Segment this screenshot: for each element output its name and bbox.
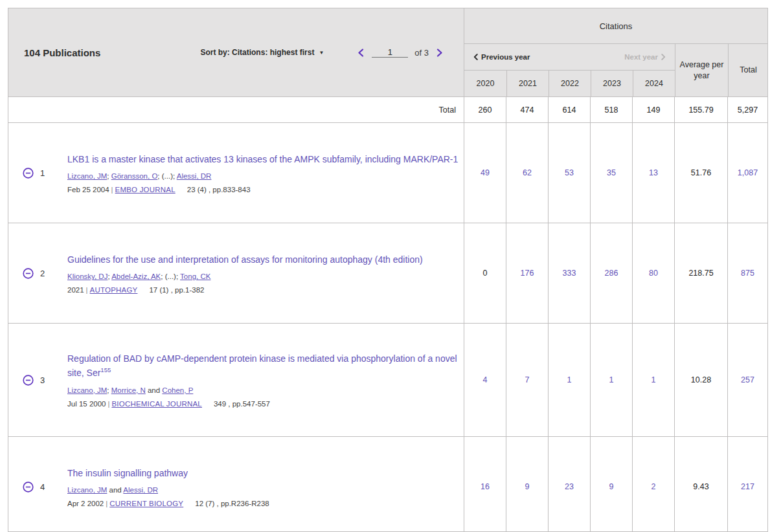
collapse-minus-icon[interactable] <box>23 168 34 179</box>
total-header: Total <box>728 44 768 96</box>
citation-year-value[interactable]: 1 <box>632 324 674 436</box>
title-text: The insulin signalling pathway <box>67 467 188 478</box>
author-link[interactable]: Klionsky, DJ <box>67 272 108 280</box>
publication-date: Apr 2 2002 <box>67 500 104 507</box>
author-link[interactable]: Abdel-Aziz, AK <box>111 272 161 280</box>
citation-year-value[interactable]: 4 <box>464 324 506 436</box>
citations-title: Citations <box>464 8 767 44</box>
publication-index: 1 <box>40 168 45 178</box>
author-link[interactable]: Morrice, N <box>111 386 146 394</box>
citation-year-value[interactable]: 35 <box>590 123 632 223</box>
year-column-headers: 20202021202220232024 <box>464 71 675 96</box>
citation-year-value[interactable]: 1 <box>548 324 590 436</box>
publication-volume: 12 (7) , pp.R236-R238 <box>195 500 269 507</box>
publication-title-link[interactable]: Guidelines for the use and interpretatio… <box>67 252 459 266</box>
publication-meta: Feb 25 2004|EMBO JOURNAL23 (4) , pp.833-… <box>67 186 459 194</box>
page-input[interactable] <box>372 47 408 58</box>
author-link[interactable]: Alessi, DR <box>177 172 212 180</box>
next-year-button[interactable]: Next year <box>624 53 666 61</box>
publication-title-link[interactable]: LKB1 is a master kinase that activates 1… <box>67 152 459 166</box>
publication-row: 3 Regulation of BAD by cAMP-dependent pr… <box>8 323 767 436</box>
citation-total-value[interactable]: 257 <box>727 324 767 436</box>
totals-year-value: 614 <box>548 97 590 122</box>
citation-year-value[interactable]: 53 <box>548 123 590 223</box>
journal-link[interactable]: EMBO JOURNAL <box>115 186 176 194</box>
citation-year-value[interactable]: 1 <box>590 324 632 436</box>
page-count-label: of 3 <box>414 48 429 58</box>
citation-average-value: 9.43 <box>674 437 727 532</box>
year-header: 2021 <box>506 71 549 96</box>
citation-total-value[interactable]: 875 <box>727 223 767 323</box>
previous-page-icon[interactable] <box>356 47 365 58</box>
sort-dropdown[interactable]: Sort by: Citations: highest first ▼ <box>200 48 324 57</box>
citation-year-value[interactable]: 13 <box>632 123 674 223</box>
publication-meta: Apr 2 2002|CURRENT BIOLOGY12 (7) , pp.R2… <box>67 500 459 507</box>
author-link[interactable]: Lizcano, JM <box>67 386 107 394</box>
publication-row: 2 Guidelines for the use and interpretat… <box>8 223 767 323</box>
citation-report-table: 104 Publications Sort by: Citations: hig… <box>8 8 768 532</box>
citation-year-value[interactable]: 333 <box>548 223 590 323</box>
next-page-icon[interactable] <box>435 47 444 58</box>
citation-average-value: 218.75 <box>674 223 727 323</box>
journal-link[interactable]: CURRENT BIOLOGY <box>109 500 183 507</box>
publication-meta: Jul 15 2000|BIOCHEMICAL JOURNAL349 , pp.… <box>67 400 459 408</box>
journal-link[interactable]: BIOCHEMICAL JOURNAL <box>111 400 201 408</box>
author-link[interactable]: Alessi, DR <box>123 486 158 494</box>
table-header: 104 Publications Sort by: Citations: hig… <box>8 8 767 96</box>
citation-year-value[interactable]: 16 <box>464 437 506 532</box>
author-separator: ; (...); <box>161 272 180 280</box>
collapse-minus-icon[interactable] <box>23 375 34 386</box>
citation-year-value[interactable]: 23 <box>548 437 590 532</box>
author-link[interactable]: Lizcano, JM <box>67 172 107 180</box>
year-header: 2020 <box>464 71 506 96</box>
publication-index: 4 <box>40 482 45 492</box>
publication-authors: Lizcano, JM; Morrice, N and Cohen, P <box>67 386 459 394</box>
publication-volume: 349 , pp.547-557 <box>214 400 270 408</box>
title-text: LKB1 is a master kinase that activates 1… <box>67 153 458 164</box>
citation-year-value[interactable]: 7 <box>506 324 548 436</box>
citation-total-value[interactable]: 217 <box>727 437 767 532</box>
citation-year-value[interactable]: 62 <box>506 123 548 223</box>
chevron-left-icon <box>473 54 478 60</box>
publication-authors: Lizcano, JM; Göransson, O; (...); Alessi… <box>67 172 459 180</box>
author-separator: and <box>107 486 123 494</box>
publication-title-link[interactable]: The insulin signalling pathway <box>67 466 459 480</box>
publication-date: 2021 <box>67 286 84 294</box>
journal-link[interactable]: AUTOPHAGY <box>90 286 138 294</box>
citation-total-value[interactable]: 1,087 <box>727 123 767 223</box>
citation-year-value[interactable]: 9 <box>590 437 632 532</box>
author-link[interactable]: Göransson, O <box>111 172 158 180</box>
totals-year-value: 474 <box>506 97 548 122</box>
publication-meta: 2021|AUTOPHAGY17 (1) , pp.1-382 <box>67 286 459 294</box>
caret-down-icon: ▼ <box>319 50 324 56</box>
title-superscript: 155 <box>100 366 111 373</box>
author-link[interactable]: Tong, CK <box>180 272 210 280</box>
publication-volume: 23 (4) , pp.833-843 <box>187 186 251 194</box>
average-per-year-header: Average per year <box>675 44 728 96</box>
totals-year-value: 260 <box>464 97 506 122</box>
author-link[interactable]: Cohen, P <box>162 386 193 394</box>
citation-year-value[interactable]: 286 <box>590 223 632 323</box>
previous-year-button[interactable]: Previous year <box>473 53 530 61</box>
author-separator: ; (...); <box>157 172 176 180</box>
citation-year-value[interactable]: 49 <box>464 123 506 223</box>
publication-date: Jul 15 2000 <box>67 400 106 408</box>
citation-average-value: 51.76 <box>674 123 727 223</box>
publication-index: 3 <box>40 375 45 385</box>
publications-count: 104 Publications <box>24 47 200 58</box>
citation-year-value[interactable]: 80 <box>632 223 674 323</box>
collapse-minus-icon[interactable] <box>23 482 34 493</box>
citation-year-value[interactable]: 176 <box>506 223 548 323</box>
citation-average-value: 10.28 <box>674 324 727 436</box>
citation-year-value[interactable]: 9 <box>506 437 548 532</box>
publication-date: Feb 25 2004 <box>67 186 109 194</box>
author-separator: and <box>146 386 163 394</box>
citation-year-value[interactable]: 2 <box>632 437 674 532</box>
year-header: 2024 <box>633 71 675 96</box>
citation-year-value: 0 <box>464 223 506 323</box>
publication-title-link[interactable]: Regulation of BAD by cAMP-dependent prot… <box>67 352 459 379</box>
collapse-minus-icon[interactable] <box>23 268 34 279</box>
publication-index: 2 <box>40 269 45 278</box>
author-link[interactable]: Lizcano, JM <box>67 486 107 494</box>
publication-authors: Klionsky, DJ; Abdel-Aziz, AK; (...); Ton… <box>67 272 459 280</box>
